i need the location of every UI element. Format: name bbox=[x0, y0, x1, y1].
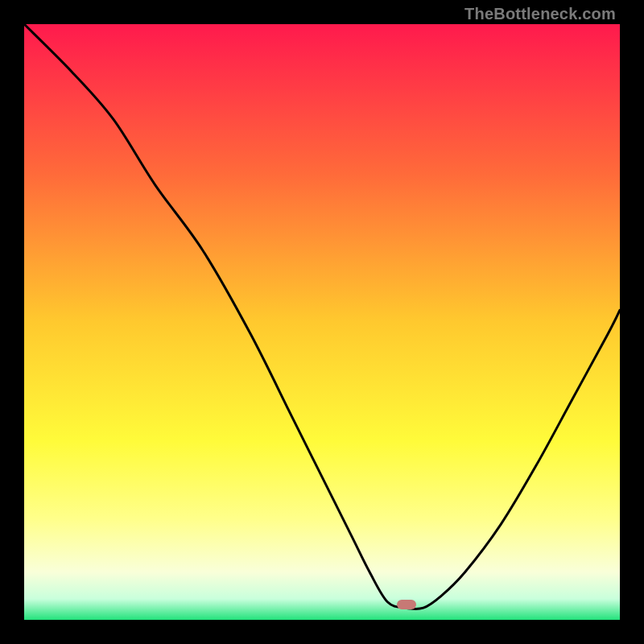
watermark-text: TheBottleneck.com bbox=[464, 5, 616, 23]
gradient-background bbox=[24, 24, 620, 620]
bottleneck-chart bbox=[24, 24, 620, 620]
chart-frame: TheBottleneck.com bbox=[0, 0, 644, 644]
optimal-point-marker bbox=[397, 600, 416, 609]
